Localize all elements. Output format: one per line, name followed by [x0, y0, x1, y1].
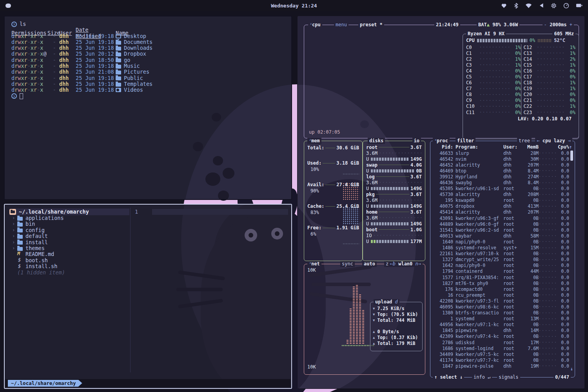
- signals-hint[interactable]: signals: [497, 374, 520, 380]
- bluetooth-icon[interactable]: [514, 3, 519, 9]
- process-row[interactable]: 43091 kworker/u96:3-gf root 0B ·········…: [434, 215, 572, 221]
- core-percent: 0%: [564, 68, 575, 74]
- info-hint[interactable]: info ↵: [472, 374, 492, 380]
- process-row[interactable]: 34409 kworker/u97:5-kc root 0B ·········…: [434, 351, 572, 357]
- scrollbar-thumb[interactable]: [570, 151, 573, 161]
- process-row[interactable]: 1794 containerd root 44M ········· 0.0: [434, 269, 572, 274]
- process-row[interactable]: 46452 alacritty dhh 207M ········· 0.0: [434, 162, 572, 168]
- process-mem: 8.4M: [521, 168, 539, 174]
- core-column-right: C12 ················ 1% C13 ············…: [521, 44, 576, 115]
- tab-proc[interactable]: ⁴proc: [433, 138, 450, 144]
- core-id: C17: [524, 74, 537, 80]
- wifi-icon[interactable]: [525, 3, 532, 8]
- process-row[interactable]: 39912 Hyprland dhh 274M ········· 0.0: [434, 174, 572, 180]
- col-user[interactable]: User:: [503, 144, 521, 150]
- process-row[interactable]: 1486 systemd-resolve syst+ 15M ·········…: [434, 245, 572, 251]
- process-row[interactable]: 1327 dmcrypt_write/25 root 0B ········· …: [434, 257, 572, 263]
- process-row[interactable]: 46095 kworker/u98:6-kc root 0B ·········…: [434, 304, 572, 310]
- file-row[interactable]: › themes: [9, 245, 129, 251]
- cpu-detail-box: Ryzen AI 9 HX 605 MHz CPU 0% 52°C: [463, 34, 579, 139]
- process-name: kworker/u96:3-gf: [456, 216, 503, 221]
- col-program[interactable]: Program:: [456, 144, 503, 150]
- process-row[interactable]: 46469 btop dhh 8.4M ········· 0.0: [434, 168, 572, 174]
- process-rows: 46633 slurp dhh 28M ········· 0.0 46542 …: [434, 150, 572, 369]
- process-row[interactable]: 40075 dropbox dhh 413M ········· 0.0: [434, 203, 572, 209]
- file-row[interactable]: › applications: [9, 215, 129, 221]
- scroll-down-icon[interactable]: ↓: [570, 366, 573, 372]
- col-pid[interactable]: Pid:: [434, 144, 456, 150]
- file-row[interactable]: › install: [9, 240, 129, 245]
- process-row[interactable]: 46633 slurp dhh 28M ········· 0.0: [434, 150, 572, 156]
- file-row[interactable]: install.sh: [9, 263, 129, 269]
- disk-used: 149G: [410, 156, 422, 162]
- mem-value: 27.4 GiB: [336, 182, 359, 187]
- download-icon: ▼: [373, 307, 375, 310]
- process-row[interactable]: 195 kswapd0 root 0B ········· 0.0: [434, 198, 572, 203]
- tab-disks[interactable]: disks: [368, 138, 385, 144]
- updates-icon[interactable]: [501, 3, 507, 9]
- process-row[interactable]: 1380 btrfs-transactio root 0B ········· …: [434, 310, 572, 316]
- col-memb[interactable]: MemB: [521, 144, 539, 150]
- net-sync-toggle[interactable]: sync: [340, 261, 355, 267]
- process-row[interactable]: 176 kcompactd0 root 0B ········· 0.0: [434, 286, 572, 292]
- file-type-icon: [17, 223, 23, 227]
- file-row[interactable]: › default: [9, 233, 129, 239]
- process-row[interactable]: 1827 mt76-tx phy0 root 0B ········· 0.0: [434, 280, 572, 286]
- process-pid: 1327: [434, 257, 456, 262]
- menu-button[interactable]: menu: [334, 22, 348, 28]
- process-row[interactable]: 1642 napi/phy0-0 root 0B ········· 0.0: [434, 263, 572, 269]
- disk-free: 3.6M: [366, 215, 377, 221]
- process-row[interactable]: 1847 pipewire-pulse dhh 19M ········· 0.…: [434, 363, 572, 369]
- process-pid: 46469: [434, 168, 456, 174]
- process-row[interactable]: 1577 irq/81-PIXA3854: root 0B ········· …: [434, 274, 572, 280]
- net-auto-toggle[interactable]: auto: [362, 261, 377, 267]
- gauge-icon[interactable]: [563, 3, 569, 9]
- volume-icon[interactable]: [539, 3, 544, 8]
- tab-cpu[interactable]: ¹cpu: [308, 22, 322, 28]
- process-row[interactable]: 2786 udisksd root 17M ········· 0.0: [434, 339, 572, 345]
- preset-button[interactable]: preset *: [358, 22, 384, 28]
- tab-io[interactable]: io: [412, 138, 421, 144]
- process-row[interactable]: 1640 napi/phy0-0 root 0B ········· 0.0: [434, 239, 572, 245]
- process-row[interactable]: 46436 swaybg dhh 8.4M ········· 0.0: [434, 180, 572, 185]
- disk-entry: root3.6T 3.6M·················· U149G: [366, 144, 422, 162]
- cpu-icon[interactable]: [551, 3, 557, 9]
- line-number: 1: [135, 209, 138, 215]
- core-row: C15 ················ 1%: [524, 62, 576, 68]
- process-row[interactable]: 45305 kworker/u96:1-sd root 0B ·········…: [434, 186, 572, 192]
- col-cpu[interactable]: Cpu%: [557, 144, 569, 150]
- process-row[interactable]: 45414 alacritty dhh 207M ········· 0.0: [434, 209, 572, 215]
- net-interface[interactable]: ←b wlan0 n→: [388, 261, 423, 267]
- process-row[interactable]: 1845 pipewire dhh 14M ········· 0.0: [434, 328, 572, 334]
- disk-entry: swap4.0G ·················· U0B: [366, 162, 422, 174]
- process-row[interactable]: 44889 kworker/u96:0-gf root 0B ·········…: [434, 221, 572, 227]
- tree-toggle[interactable]: tree: [517, 138, 532, 144]
- filter-button[interactable]: filter: [456, 138, 475, 144]
- process-row[interactable]: 42309 kworker/u97:4-kc root 0B ·········…: [434, 334, 572, 339]
- process-row[interactable]: 1 systemd root 13M ········· 0.0: [434, 316, 572, 322]
- file-row[interactable]: README.md: [9, 251, 129, 257]
- process-row[interactable]: 16 rcu_preempt root 0B ········· 0.0: [434, 292, 572, 298]
- process-row[interactable]: 44956 kworker/u97:1-kc root 0B ·········…: [434, 322, 572, 328]
- process-row[interactable]: 22161 kworker/u97:10-k root 0B ·········…: [434, 251, 572, 257]
- file-row[interactable]: › config: [9, 227, 129, 233]
- prompt-line[interactable]: ❯: [11, 93, 291, 99]
- tab-net[interactable]: ³net: [307, 261, 321, 267]
- process-row[interactable]: 1686 systemd-logind root 7.6M ········· …: [434, 345, 572, 351]
- process-row[interactable]: 46542 nvim dhh 30M ········· 0.0: [434, 156, 572, 162]
- core-meter: ················: [537, 104, 564, 109]
- file-row[interactable]: › bin: [9, 221, 129, 227]
- file-row[interactable]: boot.sh: [9, 258, 129, 263]
- process-row[interactable]: 40013 waybar dhh 58M ········· 0.0: [434, 233, 572, 239]
- current-dir-row[interactable]: ~/.local/share/omarchy: [9, 209, 129, 215]
- process-row[interactable]: 41174 kworker/u97:7-kc root 0B ·········…: [434, 357, 572, 363]
- process-row[interactable]: 31541 kworker/u96:2-sd root 0B ·········…: [434, 227, 572, 233]
- battery-icon[interactable]: [576, 3, 583, 8]
- process-row[interactable]: 45730 alacritty dhh 208M ········· 0.0: [434, 192, 572, 198]
- process-row[interactable]: 42208 kworker/u97:3-fl root 0B ·········…: [434, 298, 572, 304]
- refresh-interval[interactable]: - 2000ms +: [543, 22, 574, 28]
- net-panel-title[interactable]: upload d: [374, 299, 399, 305]
- sort-selector[interactable]: ← cpu lazy →: [535, 138, 572, 144]
- select-hint[interactable]: ↑ select ↓: [433, 374, 464, 380]
- process-user: root: [503, 304, 521, 310]
